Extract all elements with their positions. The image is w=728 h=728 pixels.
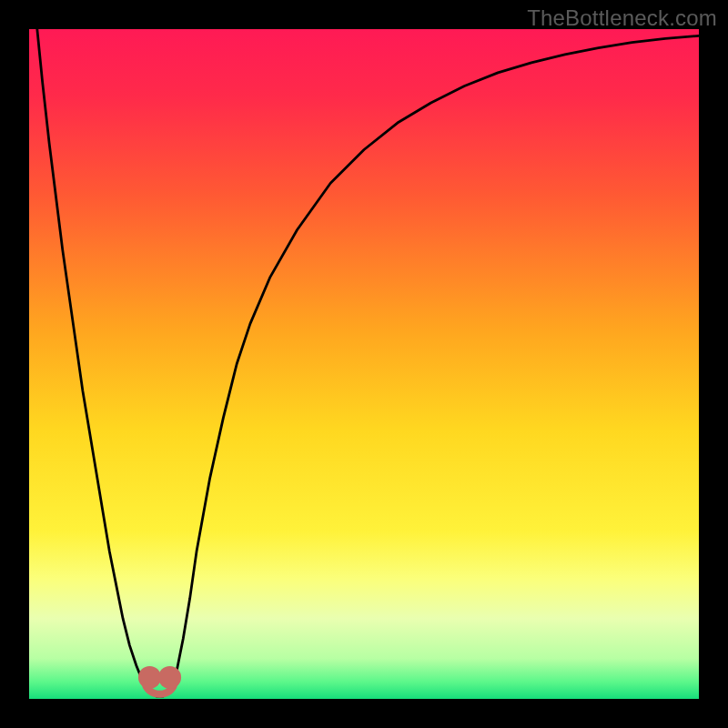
chart-frame: TheBottleneck.com bbox=[0, 0, 728, 728]
watermark-text: TheBottleneck.com bbox=[527, 5, 717, 31]
gradient-background bbox=[29, 29, 699, 699]
marker-valley-right bbox=[158, 666, 181, 689]
marker-valley-left bbox=[138, 666, 161, 689]
plot-area bbox=[29, 29, 699, 699]
bottleneck-chart bbox=[29, 29, 699, 699]
